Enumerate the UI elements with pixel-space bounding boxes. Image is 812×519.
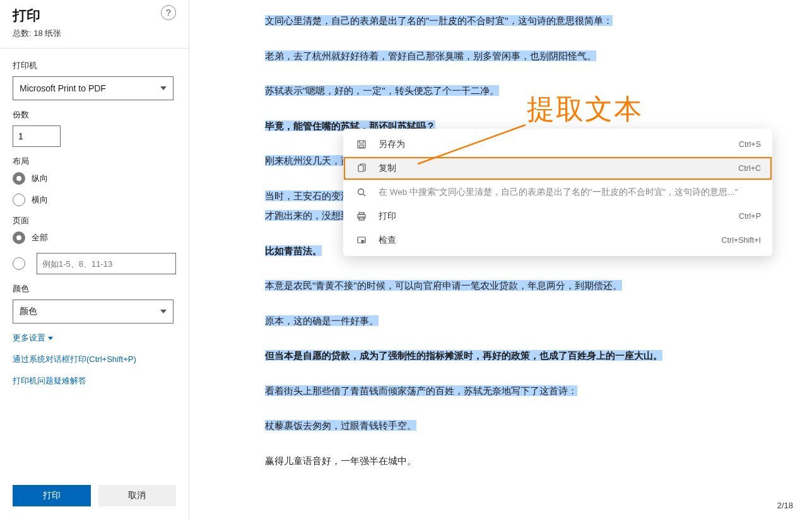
printer-value: Microsoft Print to PDF	[20, 83, 106, 93]
context-menu: 另存为 Ctrl+S 复制 Ctrl+C 在 Web 中搜索"文同心里清楚，自己…	[343, 129, 772, 256]
layout-landscape-radio[interactable]: 横向	[13, 194, 176, 206]
printer-select[interactable]: Microsoft Print to PDF	[13, 76, 174, 100]
selected-text: 老弟，去了杭州就好好待着，管好自己那张臭嘴，别多管闲事，也别阴阳怪气。	[265, 50, 596, 61]
selected-text: 本意是农民"青黄不接"的时候，可以向官府申请一笔农业贷款，年息两分，到期偿还。	[265, 280, 622, 291]
pages-all-radio[interactable]: 全部	[13, 231, 176, 244]
selected-text: 刚来杭州没几天，苏	[265, 155, 350, 166]
print-panel: 打印 总数: 18 纸张 ? 打印机 Microsoft Print to PD…	[0, 0, 189, 519]
para: 杖藜裹饭去匆匆，过眼青钱转手空。	[265, 417, 793, 434]
print-icon	[355, 211, 368, 222]
ctx-shortcut: Ctrl+P	[739, 212, 761, 221]
para: 原本，这的确是一件好事。	[265, 313, 793, 329]
panel-footer: 打印 取消	[0, 479, 189, 519]
color-select[interactable]: 颜色	[13, 300, 174, 324]
chevron-down-icon	[160, 310, 167, 313]
selected-text: 但当本是自愿的贷款，成为了强制性的指标摊派时，再好的政策，也成了百姓身上的一座大…	[265, 350, 662, 361]
more-settings-link[interactable]: 更多设置	[13, 332, 53, 344]
para: 文同心里清楚，自己的表弟是出了名的"一肚皮的不合时宜"，这句诗的意思很简单：	[265, 13, 793, 29]
svg-rect-0	[358, 141, 365, 148]
total-sheets: 总数: 18 纸张	[13, 28, 176, 39]
selected-text: 当时，王安石的变法	[265, 190, 350, 201]
selected-text: 文同心里清楚，自己的表弟是出了名的"一肚皮的不合时宜"，这句诗的意思很简单：	[265, 15, 613, 26]
ctx-copy[interactable]: 复制 Ctrl+C	[343, 156, 772, 180]
ctx-label: 复制	[379, 163, 738, 174]
para: 赢得儿童语音好，一年强半在城中。	[265, 453, 793, 469]
ctx-save-as[interactable]: 另存为 Ctrl+S	[343, 132, 772, 156]
copies-label: 份数	[13, 109, 176, 120]
para: 但当本是自愿的贷款，成为了强制性的指标摊派时，再好的政策，也成了百姓身上的一座大…	[265, 347, 793, 364]
help-button[interactable]: ?	[161, 5, 176, 20]
selected-text: 苏轼表示"嗯嗯，好的，一定"，转头便忘了个一干二净。	[265, 85, 499, 96]
selected-text: 才跑出来的，没想到	[265, 210, 350, 221]
search-icon	[355, 187, 368, 198]
selected-text: 杖藜裹饭去匆匆，过眼青钱转手空。	[265, 420, 416, 431]
print-preview: 文同心里清楚，自己的表弟是出了名的"一肚皮的不合时宜"，这句诗的意思很简单： 老…	[189, 0, 812, 519]
page-number: 2/18	[777, 501, 793, 510]
panel-body: 打印机 Microsoft Print to PDF 份数 布局 纵向 横向 页…	[0, 49, 189, 479]
selected-text: 原本，这的确是一件好事。	[265, 315, 379, 326]
layout-landscape-label: 横向	[32, 194, 48, 206]
para: 老弟，去了杭州就好好待着，管好自己那张臭嘴，别多管闲事，也别阴阳怪气。	[265, 48, 793, 64]
radio-selected-icon	[13, 231, 25, 244]
layout-portrait-radio[interactable]: 纵向	[13, 172, 176, 185]
selected-text: 看着街头上那些借了青苗钱而倾家荡产的百姓，苏轼无奈地写下了这首诗：	[265, 385, 577, 396]
panel-title: 打印	[13, 6, 176, 25]
ctx-label: 打印	[379, 211, 739, 222]
pages-label: 页面	[13, 215, 176, 226]
pages-custom-radio[interactable]	[13, 253, 176, 274]
layout-label: 布局	[13, 156, 176, 167]
more-settings-label: 更多设置	[13, 332, 45, 344]
ctx-shortcut: Ctrl+C	[738, 164, 761, 173]
para: 本意是农民"青黄不接"的时候，可以向官府申请一笔农业贷款，年息两分，到期偿还。	[265, 277, 793, 294]
print-button[interactable]: 打印	[13, 485, 91, 506]
svg-rect-1	[360, 145, 363, 148]
color-value: 颜色	[20, 306, 37, 317]
ctx-print[interactable]: 打印 Ctrl+P	[343, 204, 772, 228]
ctx-shortcut: Ctrl+S	[739, 140, 761, 149]
ctx-web-search[interactable]: 在 Web 中搜索"文同心里清楚，自己的表弟是出了名的"一肚皮的不合时宜"，这句…	[343, 180, 772, 204]
ctx-label: 在 Web 中搜索"文同心里清楚，自己的表弟是出了名的"一肚皮的不合时宜"，这句…	[379, 187, 761, 198]
para: 看着街头上那些借了青苗钱而倾家荡产的百姓，苏轼无奈地写下了这首诗：	[265, 383, 793, 399]
chevron-down-icon	[48, 337, 53, 340]
svg-rect-2	[358, 165, 363, 172]
inspect-icon	[355, 235, 368, 246]
ctx-label: 检查	[379, 235, 721, 246]
ctx-label: 另存为	[379, 139, 739, 150]
svg-point-3	[358, 189, 364, 195]
cancel-button[interactable]: 取消	[98, 485, 177, 506]
radio-unselected-icon	[13, 194, 25, 206]
ctx-shortcut: Ctrl+Shift+I	[721, 236, 761, 245]
radio-selected-icon	[13, 172, 25, 185]
layout-portrait-label: 纵向	[32, 173, 48, 184]
ctx-inspect[interactable]: 检查 Ctrl+Shift+I	[343, 228, 772, 252]
annotation-text: 提取文本	[527, 91, 643, 128]
printer-label: 打印机	[13, 60, 176, 71]
color-label: 颜色	[13, 283, 176, 294]
plain-text: 赢得儿童语音好，一年强半在城中。	[265, 455, 416, 466]
pages-all-label: 全部	[32, 232, 48, 243]
system-dialog-link[interactable]: 通过系统对话框打印(Ctrl+Shift+P)	[13, 354, 176, 365]
selected-text: 比如青苗法。	[265, 245, 322, 256]
copies-input[interactable]	[13, 125, 61, 147]
chevron-down-icon	[160, 86, 167, 90]
panel-header: 打印 总数: 18 纸张 ?	[0, 0, 189, 49]
radio-unselected-icon	[13, 257, 25, 270]
save-icon	[355, 139, 368, 150]
copy-icon	[355, 163, 368, 174]
pages-range-input[interactable]	[37, 253, 176, 274]
troubleshoot-link[interactable]: 打印机问题疑难解答	[13, 375, 176, 387]
